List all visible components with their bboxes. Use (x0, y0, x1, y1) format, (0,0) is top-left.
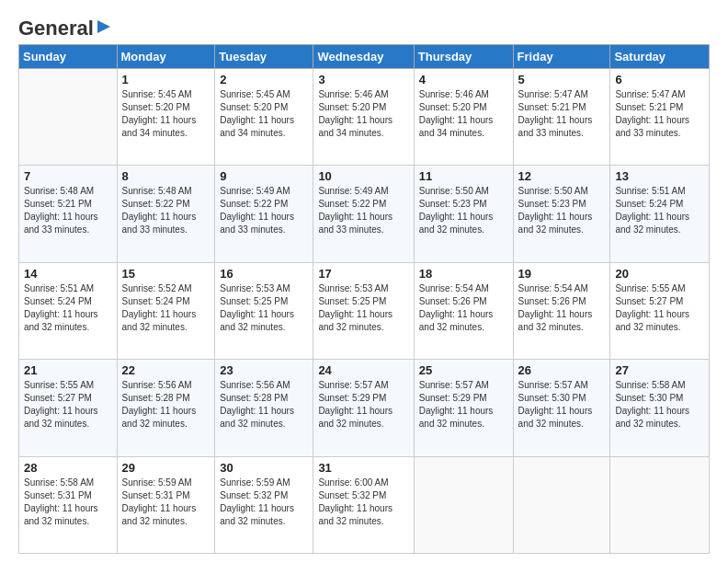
calendar-cell: 20Sunrise: 5:55 AMSunset: 5:27 PMDayligh… (610, 262, 710, 359)
day-number: 16 (220, 267, 308, 281)
calendar-header-wednesday: Wednesday (313, 45, 414, 69)
day-number: 19 (518, 267, 606, 281)
day-number: 17 (318, 267, 408, 281)
calendar-week-1: 1Sunrise: 5:45 AMSunset: 5:20 PMDaylight… (19, 69, 710, 166)
calendar-cell: 11Sunrise: 5:50 AMSunset: 5:23 PMDayligh… (414, 166, 513, 262)
logo: General (18, 17, 112, 37)
cell-info: Sunrise: 5:46 AMSunset: 5:20 PMDaylight:… (419, 88, 508, 140)
day-number: 7 (24, 169, 112, 183)
logo-arrow-icon (96, 18, 112, 35)
calendar-cell: 24Sunrise: 5:57 AMSunset: 5:29 PMDayligh… (313, 360, 414, 456)
calendar-cell: 31Sunrise: 6:00 AMSunset: 5:32 PMDayligh… (313, 456, 414, 553)
calendar-cell: 1Sunrise: 5:45 AMSunset: 5:20 PMDaylight… (117, 69, 215, 166)
day-number: 26 (518, 363, 606, 377)
cell-info: Sunrise: 5:57 AMSunset: 5:29 PMDaylight:… (318, 379, 408, 431)
day-number: 12 (518, 169, 606, 183)
day-number: 31 (318, 461, 408, 475)
cell-info: Sunrise: 5:45 AMSunset: 5:20 PMDaylight:… (220, 88, 308, 140)
cell-info: Sunrise: 5:49 AMSunset: 5:22 PMDaylight:… (220, 185, 308, 236)
cell-info: Sunrise: 5:55 AMSunset: 5:27 PMDaylight:… (24, 379, 112, 431)
calendar-cell (610, 456, 710, 553)
calendar-cell: 21Sunrise: 5:55 AMSunset: 5:27 PMDayligh… (19, 360, 118, 456)
calendar-cell: 2Sunrise: 5:45 AMSunset: 5:20 PMDaylight… (215, 69, 313, 166)
calendar-cell: 26Sunrise: 5:57 AMSunset: 5:30 PMDayligh… (513, 360, 610, 456)
calendar-cell: 27Sunrise: 5:58 AMSunset: 5:30 PMDayligh… (610, 360, 710, 456)
cell-info: Sunrise: 5:52 AMSunset: 5:24 PMDaylight:… (122, 282, 210, 334)
calendar-week-3: 14Sunrise: 5:51 AMSunset: 5:24 PMDayligh… (19, 262, 710, 359)
calendar-cell: 13Sunrise: 5:51 AMSunset: 5:24 PMDayligh… (610, 166, 710, 262)
calendar-header-sunday: Sunday (19, 45, 118, 69)
calendar-cell: 16Sunrise: 5:53 AMSunset: 5:25 PMDayligh… (215, 262, 313, 359)
logo-general: General (18, 17, 94, 40)
calendar-cell: 6Sunrise: 5:47 AMSunset: 5:21 PMDaylight… (610, 69, 710, 166)
cell-info: Sunrise: 5:51 AMSunset: 5:24 PMDaylight:… (615, 185, 704, 236)
calendar-header-monday: Monday (117, 45, 215, 69)
calendar-cell: 7Sunrise: 5:48 AMSunset: 5:21 PMDaylight… (19, 166, 118, 262)
day-number: 5 (518, 73, 606, 86)
calendar-week-4: 21Sunrise: 5:55 AMSunset: 5:27 PMDayligh… (19, 360, 710, 456)
calendar-cell: 14Sunrise: 5:51 AMSunset: 5:24 PMDayligh… (19, 262, 118, 359)
cell-info: Sunrise: 5:57 AMSunset: 5:30 PMDaylight:… (518, 379, 606, 431)
calendar-cell: 25Sunrise: 5:57 AMSunset: 5:29 PMDayligh… (414, 360, 513, 456)
cell-info: Sunrise: 5:59 AMSunset: 5:32 PMDaylight:… (220, 477, 308, 528)
cell-info: Sunrise: 5:56 AMSunset: 5:28 PMDaylight:… (220, 379, 308, 431)
page: General SundayMondayTuesdayWednesdayThur… (0, 0, 728, 563)
day-number: 13 (615, 169, 704, 183)
calendar-cell: 17Sunrise: 5:53 AMSunset: 5:25 PMDayligh… (313, 262, 414, 359)
day-number: 8 (122, 169, 210, 183)
cell-info: Sunrise: 5:54 AMSunset: 5:26 PMDaylight:… (518, 282, 606, 334)
calendar-table: SundayMondayTuesdayWednesdayThursdayFrid… (18, 44, 710, 554)
cell-info: Sunrise: 5:58 AMSunset: 5:30 PMDaylight:… (615, 379, 704, 431)
day-number: 24 (318, 363, 408, 377)
cell-info: Sunrise: 6:00 AMSunset: 5:32 PMDaylight:… (318, 477, 408, 528)
calendar-cell: 18Sunrise: 5:54 AMSunset: 5:26 PMDayligh… (414, 262, 513, 359)
cell-info: Sunrise: 5:49 AMSunset: 5:22 PMDaylight:… (318, 185, 408, 236)
day-number: 25 (419, 363, 508, 377)
calendar-cell: 19Sunrise: 5:54 AMSunset: 5:26 PMDayligh… (513, 262, 610, 359)
calendar-cell: 9Sunrise: 5:49 AMSunset: 5:22 PMDaylight… (215, 166, 313, 262)
calendar-cell: 23Sunrise: 5:56 AMSunset: 5:28 PMDayligh… (215, 360, 313, 456)
calendar-cell: 15Sunrise: 5:52 AMSunset: 5:24 PMDayligh… (117, 262, 215, 359)
calendar-header-tuesday: Tuesday (215, 45, 313, 69)
cell-info: Sunrise: 5:51 AMSunset: 5:24 PMDaylight:… (24, 282, 112, 334)
calendar-cell: 3Sunrise: 5:46 AMSunset: 5:20 PMDaylight… (313, 69, 414, 166)
day-number: 9 (220, 169, 308, 183)
cell-info: Sunrise: 5:48 AMSunset: 5:21 PMDaylight:… (24, 185, 112, 236)
cell-info: Sunrise: 5:53 AMSunset: 5:25 PMDaylight:… (318, 282, 408, 334)
header: General (18, 17, 710, 37)
day-number: 3 (318, 73, 408, 86)
day-number: 18 (419, 267, 508, 281)
cell-info: Sunrise: 5:46 AMSunset: 5:20 PMDaylight:… (318, 88, 408, 140)
calendar-week-5: 28Sunrise: 5:58 AMSunset: 5:31 PMDayligh… (19, 456, 710, 553)
day-number: 27 (615, 363, 704, 377)
day-number: 11 (419, 169, 508, 183)
calendar-week-2: 7Sunrise: 5:48 AMSunset: 5:21 PMDaylight… (19, 166, 710, 262)
calendar-header-saturday: Saturday (610, 45, 710, 69)
day-number: 28 (24, 461, 112, 475)
calendar-cell (414, 456, 513, 553)
cell-info: Sunrise: 5:57 AMSunset: 5:29 PMDaylight:… (419, 379, 508, 431)
day-number: 10 (318, 169, 408, 183)
cell-info: Sunrise: 5:48 AMSunset: 5:22 PMDaylight:… (122, 185, 210, 236)
cell-info: Sunrise: 5:54 AMSunset: 5:26 PMDaylight:… (419, 282, 508, 334)
cell-info: Sunrise: 5:58 AMSunset: 5:31 PMDaylight:… (24, 477, 112, 528)
calendar-cell: 5Sunrise: 5:47 AMSunset: 5:21 PMDaylight… (513, 69, 610, 166)
cell-info: Sunrise: 5:55 AMSunset: 5:27 PMDaylight:… (615, 282, 704, 334)
day-number: 2 (220, 73, 308, 86)
day-number: 14 (24, 267, 112, 281)
calendar-cell: 8Sunrise: 5:48 AMSunset: 5:22 PMDaylight… (117, 166, 215, 262)
day-number: 4 (419, 73, 508, 86)
cell-info: Sunrise: 5:50 AMSunset: 5:23 PMDaylight:… (419, 185, 508, 236)
cell-info: Sunrise: 5:59 AMSunset: 5:31 PMDaylight:… (122, 477, 210, 528)
calendar-cell: 29Sunrise: 5:59 AMSunset: 5:31 PMDayligh… (117, 456, 215, 553)
calendar-cell: 30Sunrise: 5:59 AMSunset: 5:32 PMDayligh… (215, 456, 313, 553)
day-number: 30 (220, 461, 308, 475)
cell-info: Sunrise: 5:47 AMSunset: 5:21 PMDaylight:… (615, 88, 704, 140)
day-number: 22 (122, 363, 210, 377)
day-number: 1 (122, 73, 210, 86)
calendar-cell: 22Sunrise: 5:56 AMSunset: 5:28 PMDayligh… (117, 360, 215, 456)
day-number: 20 (615, 267, 704, 281)
day-number: 23 (220, 363, 308, 377)
calendar-cell: 12Sunrise: 5:50 AMSunset: 5:23 PMDayligh… (513, 166, 610, 262)
cell-info: Sunrise: 5:53 AMSunset: 5:25 PMDaylight:… (220, 282, 308, 334)
